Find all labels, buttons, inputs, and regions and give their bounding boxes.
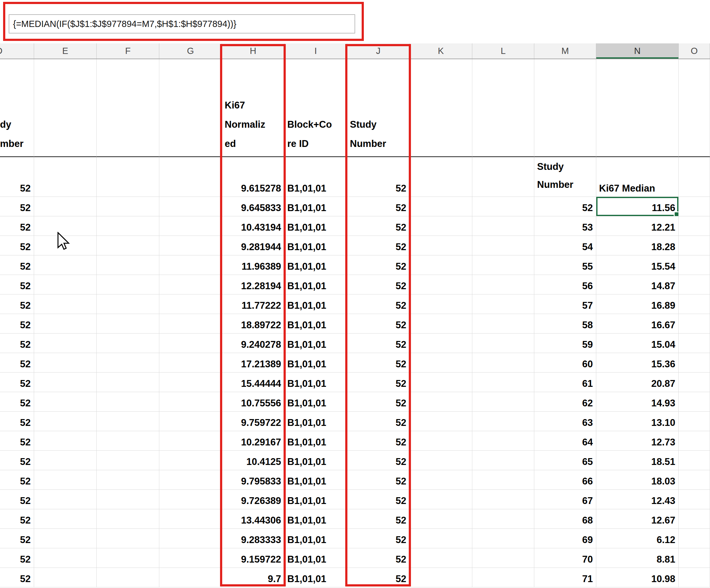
- column-header-H[interactable]: H: [222, 43, 284, 58]
- cell[interactable]: [679, 392, 710, 411]
- column-header-J[interactable]: J: [347, 43, 410, 58]
- cell[interactable]: [97, 59, 159, 157]
- cell[interactable]: 61: [534, 373, 596, 392]
- cell[interactable]: 15.54: [596, 255, 679, 275]
- cell[interactable]: [410, 353, 472, 373]
- cell[interactable]: 10.4125: [222, 451, 284, 470]
- cell[interactable]: 14.87: [596, 275, 679, 295]
- cell[interactable]: [159, 490, 222, 509]
- cell[interactable]: 52: [347, 295, 410, 314]
- cell[interactable]: [472, 333, 534, 353]
- cell[interactable]: B1,01,01: [284, 314, 347, 333]
- cell[interactable]: B1,01,01: [284, 411, 347, 431]
- column-header-I[interactable]: I: [284, 43, 347, 58]
- cell[interactable]: [679, 470, 710, 490]
- cell[interactable]: [97, 216, 159, 236]
- cell[interactable]: 20.87: [596, 373, 679, 392]
- cell[interactable]: B1,01,01: [284, 353, 347, 373]
- cell[interactable]: [472, 255, 534, 275]
- cell[interactable]: B1,01,01: [284, 490, 347, 509]
- cell[interactable]: [410, 451, 472, 470]
- cell[interactable]: [679, 529, 710, 548]
- cell[interactable]: 12.43: [596, 490, 679, 509]
- cell[interactable]: 13.10: [596, 411, 679, 431]
- cell[interactable]: 52: [0, 295, 34, 314]
- cell[interactable]: 52: [0, 568, 34, 587]
- cell[interactable]: [679, 255, 710, 275]
- cell[interactable]: [159, 197, 222, 216]
- cell[interactable]: 12.67: [596, 509, 679, 529]
- header-study-number[interactable]: StudyNumber: [347, 59, 410, 157]
- cell[interactable]: 12.21: [596, 216, 679, 236]
- cell[interactable]: 68: [534, 509, 596, 529]
- cell[interactable]: 52: [347, 451, 410, 470]
- cell[interactable]: [34, 529, 97, 548]
- cell[interactable]: [159, 411, 222, 431]
- cell[interactable]: [97, 529, 159, 548]
- cell[interactable]: 9.7: [222, 568, 284, 587]
- column-header-O[interactable]: O: [679, 43, 710, 58]
- cell[interactable]: [34, 373, 97, 392]
- cell[interactable]: [34, 295, 97, 314]
- cell[interactable]: 16.67: [596, 314, 679, 333]
- cell[interactable]: 52: [347, 197, 410, 216]
- cell[interactable]: [679, 490, 710, 509]
- cell[interactable]: [472, 529, 534, 548]
- cell[interactable]: [34, 451, 97, 470]
- cell[interactable]: [410, 373, 472, 392]
- cell[interactable]: 9.615278: [222, 157, 284, 197]
- cell[interactable]: 9.795833: [222, 470, 284, 490]
- cell[interactable]: [97, 431, 159, 451]
- cell[interactable]: 18.89722: [222, 314, 284, 333]
- cell[interactable]: [679, 295, 710, 314]
- cell[interactable]: [159, 529, 222, 548]
- cell[interactable]: B1,01,01: [284, 295, 347, 314]
- column-header-E[interactable]: E: [34, 43, 97, 58]
- cell[interactable]: [679, 411, 710, 431]
- cell[interactable]: 52: [347, 255, 410, 275]
- cell[interactable]: 52: [347, 509, 410, 529]
- cell[interactable]: [34, 314, 97, 333]
- cell[interactable]: [97, 568, 159, 587]
- column-header-L[interactable]: L: [472, 43, 534, 58]
- cell[interactable]: 52: [347, 275, 410, 295]
- cell[interactable]: 70: [534, 548, 596, 568]
- cell[interactable]: 10.29167: [222, 431, 284, 451]
- column-header-N[interactable]: N: [596, 43, 679, 58]
- cell[interactable]: [410, 216, 472, 236]
- cell[interactable]: [410, 157, 472, 197]
- cell[interactable]: 63: [534, 411, 596, 431]
- cell[interactable]: [97, 411, 159, 431]
- cell[interactable]: 52: [0, 548, 34, 568]
- cell[interactable]: [472, 275, 534, 295]
- cell[interactable]: 9.281944: [222, 236, 284, 255]
- cell[interactable]: B1,01,01: [284, 373, 347, 392]
- cell[interactable]: [34, 59, 97, 157]
- cell[interactable]: [34, 255, 97, 275]
- cell[interactable]: 59: [534, 333, 596, 353]
- cell[interactable]: B1,01,01: [284, 509, 347, 529]
- cell[interactable]: [410, 197, 472, 216]
- cell[interactable]: [34, 197, 97, 216]
- cell[interactable]: [159, 333, 222, 353]
- cell[interactable]: 55: [534, 255, 596, 275]
- cell[interactable]: 10.75556: [222, 392, 284, 411]
- cell[interactable]: [410, 548, 472, 568]
- cell[interactable]: 52: [0, 373, 34, 392]
- cell[interactable]: [410, 490, 472, 509]
- cell[interactable]: B1,01,01: [284, 255, 347, 275]
- cell[interactable]: 15.36: [596, 353, 679, 373]
- cell[interactable]: [97, 373, 159, 392]
- cell[interactable]: 9.283333: [222, 529, 284, 548]
- cell[interactable]: [472, 568, 534, 587]
- cell[interactable]: [159, 353, 222, 373]
- cell[interactable]: 15.04: [596, 333, 679, 353]
- cell[interactable]: 52: [347, 314, 410, 333]
- cell[interactable]: [159, 236, 222, 255]
- cell[interactable]: [472, 295, 534, 314]
- cell[interactable]: [97, 490, 159, 509]
- cell[interactable]: B1,01,01: [284, 470, 347, 490]
- cell[interactable]: B1,01,01: [284, 275, 347, 295]
- cell[interactable]: 18.51: [596, 451, 679, 470]
- fill-handle[interactable]: [674, 211, 679, 216]
